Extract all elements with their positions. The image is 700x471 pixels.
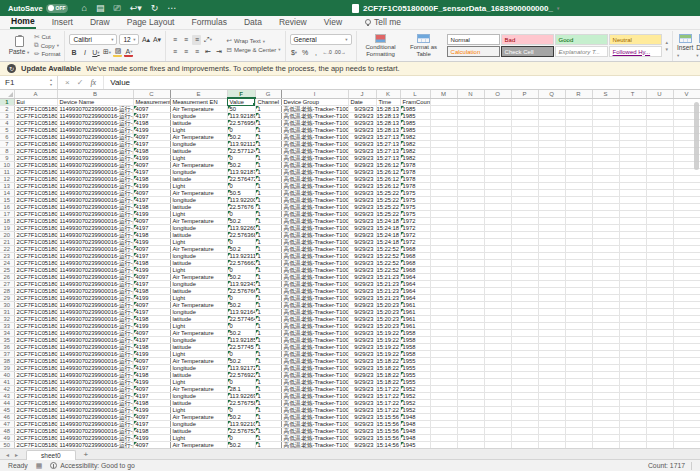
cell-R3[interactable] <box>565 113 592 120</box>
cell-O6[interactable] <box>484 134 511 141</box>
cell-P21[interactable] <box>511 239 538 246</box>
cell-M16[interactable] <box>430 204 457 211</box>
cell-M7[interactable] <box>430 141 457 148</box>
gallery-scroll[interactable]: ▴▾ <box>665 39 669 52</box>
cell-L20[interactable]: 1972 <box>400 232 430 239</box>
cell-E42[interactable]: Air Temperature <box>170 386 227 393</box>
cell-C40[interactable]: 4198 <box>133 372 170 379</box>
cell-U40[interactable] <box>646 372 673 379</box>
cell-N37[interactable] <box>457 351 484 358</box>
cell-G8[interactable]: 1 <box>255 148 281 155</box>
cell-N32[interactable] <box>457 316 484 323</box>
cell-E31[interactable]: longitude <box>170 309 227 316</box>
column-header-T[interactable]: T <box>619 90 646 98</box>
cell-M22[interactable] <box>430 246 457 253</box>
cell-I27[interactable]: 高低温老炼-Tracker-T1000-A <box>281 281 348 288</box>
cell-P17[interactable] <box>511 211 538 218</box>
cell-Q16[interactable] <box>538 204 565 211</box>
cell-Q49[interactable] <box>538 435 565 442</box>
cell-V34[interactable] <box>673 330 700 337</box>
cell-R1[interactable] <box>565 98 592 106</box>
cell-G24[interactable]: 1 <box>255 260 281 267</box>
cell-R24[interactable] <box>565 260 592 267</box>
cell-G21[interactable]: 1 <box>255 239 281 246</box>
cell-V37[interactable] <box>673 351 700 358</box>
cell-E24[interactable]: latitude <box>170 260 227 267</box>
cell-L43[interactable]: 1952 <box>400 393 430 400</box>
cell-U25[interactable] <box>646 267 673 274</box>
cell-L46[interactable]: 1948 <box>400 414 430 421</box>
cell-U24[interactable] <box>646 260 673 267</box>
cell-C45[interactable]: 4199 <box>133 407 170 414</box>
document-title-area[interactable]: 2CF7F1C05180000F_sensorData_168390000000… <box>352 0 559 16</box>
cell-V22[interactable] <box>673 246 700 253</box>
cell-S36[interactable] <box>592 344 619 351</box>
cell-L42[interactable]: 1952 <box>400 386 430 393</box>
cell-U47[interactable] <box>646 421 673 428</box>
cell-O19[interactable] <box>484 225 511 232</box>
column-header-Q[interactable]: Q <box>538 90 565 98</box>
cell-O16[interactable] <box>484 204 511 211</box>
cell-B35[interactable]: 114993070239900016-运行-高温 <box>57 337 133 344</box>
cell-O13[interactable] <box>484 183 511 190</box>
cell-B10[interactable]: 114993070239900016-运行-高温 <box>57 162 133 169</box>
cell-M46[interactable] <box>430 414 457 421</box>
cell-T39[interactable] <box>619 365 646 372</box>
cell-U42[interactable] <box>646 386 673 393</box>
cell-O47[interactable] <box>484 421 511 428</box>
cell-S29[interactable] <box>592 295 619 302</box>
macro-record-icon[interactable]: ▦ <box>36 462 43 470</box>
cell-B3[interactable]: 114993070239900016-运行-高温 <box>57 113 133 120</box>
cell-P30[interactable] <box>511 302 538 309</box>
cell-T42[interactable] <box>619 386 646 393</box>
cell-N42[interactable] <box>457 386 484 393</box>
row-header-25[interactable]: 25 <box>0 267 14 274</box>
cell-J42[interactable]: 9/29/23 <box>348 386 376 393</box>
cell-K14[interactable]: 15:25:22 <box>376 190 400 197</box>
cell-S31[interactable] <box>592 309 619 316</box>
cell-Q2[interactable] <box>538 106 565 113</box>
cell-G46[interactable]: 1 <box>255 414 281 421</box>
cell-K30[interactable]: 15:20:23 <box>376 302 400 309</box>
cell-Q14[interactable] <box>538 190 565 197</box>
cell-K12[interactable]: 15:26:12 <box>376 176 400 183</box>
cell-R25[interactable] <box>565 267 592 274</box>
cell-R15[interactable] <box>565 197 592 204</box>
cell-U9[interactable] <box>646 155 673 162</box>
cell-N13[interactable] <box>457 183 484 190</box>
cell-J36[interactable]: 9/29/23 <box>348 344 376 351</box>
cell-T20[interactable] <box>619 232 646 239</box>
row-header-23[interactable]: 23 <box>0 253 14 260</box>
cell-I28[interactable]: 高低温老炼-Tracker-T1000-A <box>281 288 348 295</box>
cell-A2[interactable]: 2CF7F1C05180000F <box>14 106 57 113</box>
cell-P7[interactable] <box>511 141 538 148</box>
cell-O24[interactable] <box>484 260 511 267</box>
cell-O3[interactable] <box>484 113 511 120</box>
cell-L2[interactable]: 1985 <box>400 106 430 113</box>
cell-T40[interactable] <box>619 372 646 379</box>
autosave-control[interactable]: AutoSave OFF <box>8 4 68 13</box>
cell-Q35[interactable] <box>538 337 565 344</box>
row-header-14[interactable]: 14 <box>0 190 14 197</box>
cell-A33[interactable]: 2CF7F1C05180000F <box>14 323 57 330</box>
cell-J16[interactable]: 9/29/23 <box>348 204 376 211</box>
cell-B44[interactable]: 114993070239900016-运行-高温 <box>57 400 133 407</box>
cell-U44[interactable] <box>646 400 673 407</box>
cell-B22[interactable]: 114993070239900016-运行-高温 <box>57 246 133 253</box>
underline-button[interactable]: U ▾ <box>91 47 100 57</box>
cell-S39[interactable] <box>592 365 619 372</box>
cell-N9[interactable] <box>457 155 484 162</box>
cell-A23[interactable]: 2CF7F1C05180000F <box>14 253 57 260</box>
cell-K29[interactable]: 15:21:23 <box>376 295 400 302</box>
cell-N31[interactable] <box>457 309 484 316</box>
cell-P22[interactable] <box>511 246 538 253</box>
cell-E39[interactable]: longitude <box>170 365 227 372</box>
cell-A30[interactable]: 2CF7F1C05180000F <box>14 302 57 309</box>
cell-M50[interactable] <box>430 442 457 449</box>
cell-F50[interactable]: 50.2 <box>227 442 255 449</box>
cell-M31[interactable] <box>430 309 457 316</box>
cell-G7[interactable]: 1 <box>255 141 281 148</box>
cell-R28[interactable] <box>565 288 592 295</box>
cell-J14[interactable]: 9/29/23 <box>348 190 376 197</box>
cell-K22[interactable]: 15:22:52 <box>376 246 400 253</box>
